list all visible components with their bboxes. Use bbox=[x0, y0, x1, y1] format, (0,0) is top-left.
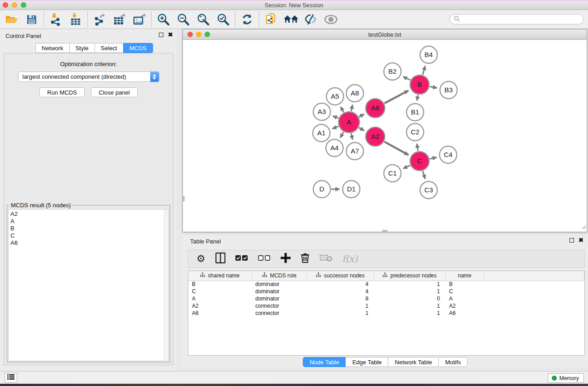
open-session-button[interactable] bbox=[4, 12, 20, 27]
graph-edge-A-A7[interactable] bbox=[351, 133, 353, 139]
delete-table-button[interactable] bbox=[320, 252, 332, 266]
table-cell[interactable]: A2 bbox=[445, 302, 484, 310]
function-builder-button[interactable]: f(x) bbox=[342, 252, 358, 266]
table-cell[interactable]: 8 bbox=[307, 295, 374, 302]
graph-node-A2[interactable]: A2 bbox=[366, 127, 385, 146]
table-cell[interactable]: C bbox=[188, 288, 252, 295]
table-cell[interactable]: dominator bbox=[252, 295, 307, 302]
table-cell[interactable]: A2 bbox=[188, 302, 252, 310]
graph-node-A3[interactable]: A3 bbox=[313, 103, 330, 120]
graph-edge-B-B3[interactable] bbox=[430, 86, 437, 88]
graph-edge-C-C3[interactable] bbox=[423, 171, 425, 179]
zoom-fit-button[interactable] bbox=[195, 12, 211, 27]
graph-node-C3[interactable]: C3 bbox=[420, 181, 437, 199]
search-input[interactable] bbox=[460, 15, 583, 24]
table-cell[interactable] bbox=[484, 302, 584, 310]
graph-node-A1[interactable]: A1 bbox=[313, 124, 330, 142]
select-all-button[interactable] bbox=[235, 252, 248, 266]
graph-node-D1[interactable]: D1 bbox=[343, 181, 360, 198]
graph-node-A6[interactable]: A6 bbox=[366, 99, 385, 118]
table-cell[interactable]: B bbox=[188, 281, 252, 288]
zoom-out-button[interactable] bbox=[175, 12, 191, 27]
graph-node-C[interactable]: C bbox=[410, 152, 429, 171]
graph-edge-A-A5[interactable] bbox=[340, 107, 344, 112]
graph-node-C2[interactable]: C2 bbox=[406, 124, 424, 141]
column-header-shared-name[interactable]: shared name bbox=[188, 271, 252, 281]
node-table[interactable]: shared nameMCDS rolesuccessor nodesprede… bbox=[188, 271, 585, 356]
table-row[interactable]: A6connector11A6 bbox=[188, 310, 584, 317]
import-network-button[interactable] bbox=[48, 12, 64, 27]
tab-select[interactable]: Select bbox=[95, 43, 123, 53]
graph-node-B2[interactable]: B2 bbox=[384, 63, 401, 80]
tab-motifs[interactable]: Motifs bbox=[438, 357, 468, 367]
tab-network[interactable]: Network bbox=[35, 43, 69, 53]
graph-edge-C-C1[interactable] bbox=[403, 165, 410, 168]
export-image-button[interactable] bbox=[131, 12, 148, 27]
table-cell[interactable]: 1 bbox=[374, 310, 445, 317]
table-cell[interactable]: 0 bbox=[374, 295, 445, 302]
export-network-button[interactable] bbox=[91, 12, 108, 27]
deselect-all-button[interactable] bbox=[258, 252, 271, 266]
network-vscroll-thumb[interactable] bbox=[183, 196, 185, 201]
table-cell[interactable]: A6 bbox=[445, 310, 484, 317]
table-cell[interactable]: 1 bbox=[374, 302, 445, 310]
column-header-name[interactable]: name bbox=[445, 271, 484, 281]
table-row[interactable]: Bdominator41B bbox=[188, 281, 584, 288]
mcds-result-list[interactable]: A2ABCA6 bbox=[9, 210, 164, 361]
graph-node-A7[interactable]: A7 bbox=[346, 143, 363, 160]
run-mcds-button[interactable]: Run MCDS bbox=[39, 87, 85, 97]
table-row[interactable]: Cdominator41C bbox=[188, 288, 584, 295]
graph-node-A8[interactable]: A8 bbox=[346, 85, 363, 102]
table-row[interactable]: A2connector11A2 bbox=[188, 302, 584, 310]
graph-edge-A-A8[interactable] bbox=[351, 105, 353, 111]
graph-node-A4[interactable]: A4 bbox=[326, 139, 343, 157]
graph-edge-A-A1[interactable] bbox=[332, 126, 339, 129]
network-canvas[interactable]: B4B2BB3A8A5A6A3B1AA1C2A2A4A7C4CC1DD1C3 bbox=[183, 40, 587, 232]
graph-node-B1[interactable]: B1 bbox=[406, 104, 424, 121]
graph-edge-A6-B[interactable] bbox=[384, 91, 408, 103]
network-window-titlebar[interactable]: testGlobe.txt bbox=[183, 29, 587, 40]
zoom-in-button[interactable] bbox=[155, 12, 172, 27]
mcds-result-item[interactable]: A2 bbox=[10, 210, 162, 218]
graph-node-B[interactable]: B bbox=[410, 75, 429, 94]
table-cell[interactable]: A bbox=[188, 295, 252, 302]
graph-edge-A-A2[interactable] bbox=[359, 128, 364, 130]
graph-nodes[interactable]: B4B2BB3A8A5A6A3B1AA1C2A2A4A7C4CC1DD1C3 bbox=[313, 46, 457, 199]
table-cell[interactable]: dominator bbox=[252, 281, 307, 288]
graph-edge-C-C4[interactable] bbox=[430, 157, 436, 159]
table-cell[interactable]: connector bbox=[252, 310, 307, 317]
table-cell[interactable]: A bbox=[445, 295, 484, 302]
graph-node-B3[interactable]: B3 bbox=[440, 81, 457, 99]
zoom-selected-button[interactable] bbox=[215, 12, 231, 27]
table-cell[interactable]: 1 bbox=[307, 310, 374, 317]
criterion-select[interactable]: largest connected component (directed) bbox=[18, 71, 159, 82]
mcds-list-scrollbar[interactable] bbox=[164, 210, 168, 361]
graph-edge-A-A6[interactable] bbox=[359, 114, 364, 117]
resize-grip-icon[interactable] bbox=[581, 223, 586, 231]
table-cell[interactable]: 1 bbox=[374, 288, 445, 295]
homes-button[interactable] bbox=[283, 12, 299, 27]
tab-node-table[interactable]: Node Table bbox=[303, 357, 346, 367]
table-cell[interactable]: B bbox=[445, 281, 484, 288]
graph-node-C4[interactable]: C4 bbox=[440, 146, 457, 163]
table-cell[interactable]: A6 bbox=[188, 310, 252, 317]
graph-node-D[interactable]: D bbox=[313, 181, 330, 198]
table-settings-button[interactable]: ⚙ bbox=[196, 252, 206, 266]
mcds-result-item[interactable]: A6 bbox=[10, 239, 162, 247]
table-cell[interactable] bbox=[484, 310, 584, 317]
table-close-panel-icon[interactable]: ✖ bbox=[578, 238, 583, 243]
add-column-button[interactable] bbox=[281, 252, 291, 266]
table-cell[interactable]: 4 bbox=[307, 281, 374, 288]
graph-edge-C-C2[interactable] bbox=[417, 144, 418, 151]
column-header-successor-nodes[interactable]: successor nodes bbox=[307, 271, 374, 281]
refresh-layout-button[interactable] bbox=[239, 12, 255, 27]
table-cell[interactable]: connector bbox=[252, 302, 307, 310]
graph-edge-B-B4[interactable] bbox=[423, 66, 425, 75]
table-float-panel-icon[interactable] bbox=[569, 238, 574, 243]
eye-button[interactable] bbox=[323, 12, 339, 27]
graph-node-A[interactable]: A bbox=[339, 112, 359, 133]
delete-button[interactable] bbox=[301, 252, 310, 266]
memory-button[interactable]: Memory bbox=[548, 373, 584, 383]
mcds-result-item[interactable]: B bbox=[10, 225, 162, 232]
save-session-button[interactable] bbox=[24, 12, 40, 27]
